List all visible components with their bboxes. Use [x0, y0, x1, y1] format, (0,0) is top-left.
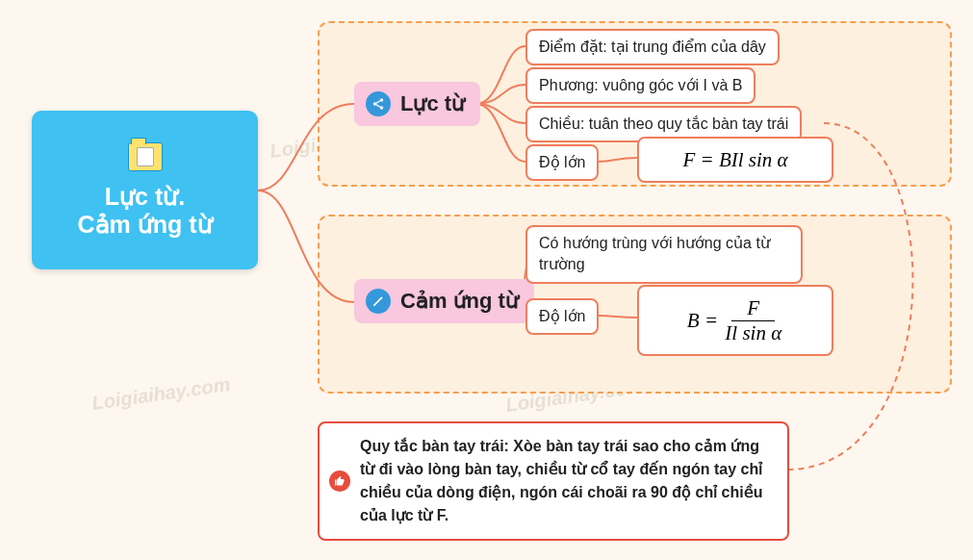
formula-B-lhs: B =	[687, 309, 718, 333]
svg-point-2	[380, 106, 384, 110]
leaf-do-lon-2[interactable]: Độ lớn	[525, 298, 599, 335]
svg-point-1	[373, 102, 377, 106]
share-icon	[366, 91, 391, 116]
leaf-phuong[interactable]: Phương: vuông góc với I và B	[525, 67, 755, 104]
folder-icon	[128, 142, 163, 171]
pen-icon	[366, 289, 391, 314]
node-cam-ung-tu[interactable]: Cảm ứng từ	[354, 279, 534, 323]
formula-F-text: F = BIl sin α	[682, 148, 787, 172]
watermark: Loigiaihay.com	[90, 373, 232, 415]
node-luc-tu-label: Lực từ	[400, 91, 465, 116]
root-title-line2: Cảm ứng từ	[77, 211, 212, 239]
root-node[interactable]: Lực từ. Cảm ứng từ	[32, 111, 258, 269]
note-text: Quy tắc bàn tay trái: Xòe bàn tay trái s…	[360, 438, 763, 523]
svg-point-0	[380, 98, 384, 102]
node-luc-tu[interactable]: Lực từ	[354, 82, 480, 126]
root-title-line1: Lực từ.	[105, 183, 185, 211]
note-quy-tac[interactable]: Quy tắc bàn tay trái: Xòe bàn tay trái s…	[318, 421, 789, 541]
formula-B-numerator: F	[731, 296, 775, 321]
thumbs-up-icon	[329, 471, 350, 492]
leaf-do-lon-1[interactable]: Độ lớn	[525, 144, 599, 181]
formula-B-denominator: Il sin α	[723, 321, 783, 345]
formula-F[interactable]: F = BIl sin α	[637, 137, 833, 183]
leaf-diem-dat[interactable]: Điểm đặt: tại trung điểm của dây	[525, 29, 780, 65]
formula-B-fraction: F Il sin α	[723, 296, 783, 345]
formula-B[interactable]: B = F Il sin α	[637, 285, 833, 356]
node-cam-ung-tu-label: Cảm ứng từ	[400, 289, 519, 314]
leaf-huong[interactable]: Có hướng trùng với hướng của từ trường	[525, 225, 803, 284]
